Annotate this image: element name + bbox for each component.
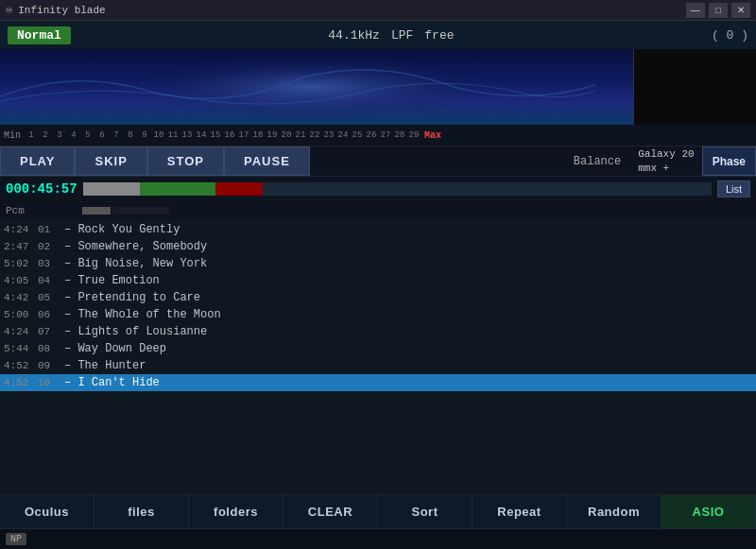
- eq-num-17: 17: [237, 130, 250, 140]
- list-button[interactable]: List: [717, 180, 750, 197]
- eq-num-19: 19: [266, 130, 279, 140]
- close-button[interactable]: ✕: [731, 3, 750, 18]
- eq-num-20: 20: [280, 130, 293, 140]
- track-duration: 5:44: [4, 343, 38, 354]
- eq-num-18: 18: [251, 130, 265, 140]
- track-row[interactable]: 4:5210– I Can't Hide: [0, 374, 756, 391]
- repeat-button[interactable]: Repeat: [472, 495, 567, 528]
- progress-segment-dark: [263, 182, 712, 196]
- waveform-svg: [0, 49, 633, 125]
- eq-num-25: 25: [351, 130, 364, 140]
- progress-bar[interactable]: [83, 182, 712, 196]
- eq-num-5: 5: [81, 130, 94, 140]
- counter-label: ( 0 ): [712, 28, 748, 43]
- pcm-bar-container: [82, 207, 169, 214]
- galaxy-info: Galaxy 20 mmx +: [630, 146, 701, 176]
- track-number: 03: [38, 258, 64, 269]
- np-badge: NP: [6, 533, 26, 545]
- track-duration: 4:24: [4, 224, 38, 235]
- eq-num-4: 4: [67, 130, 80, 140]
- progress-segment-grey: [83, 182, 140, 196]
- free-label: free: [424, 28, 454, 43]
- time-display: 000:45:57: [6, 181, 77, 197]
- progress-segment-green: [140, 182, 215, 196]
- eq-num-21: 21: [294, 130, 307, 140]
- titlebar-controls[interactable]: — □ ✕: [686, 3, 750, 18]
- progress-segment-red: [215, 182, 263, 196]
- track-number: 08: [38, 343, 64, 354]
- oculus-button[interactable]: Oculus: [0, 495, 94, 528]
- eq-num-8: 8: [124, 130, 137, 140]
- clear-button[interactable]: CLEAR: [284, 495, 378, 528]
- track-number: 09: [38, 360, 64, 371]
- track-duration: 4:24: [4, 326, 38, 337]
- phase-button[interactable]: Phase: [702, 146, 756, 176]
- files-button[interactable]: files: [94, 495, 189, 528]
- track-title: – Rock You Gently: [64, 223, 752, 236]
- track-row[interactable]: 4:0504– True Emotion: [0, 272, 756, 289]
- eq-num-26: 26: [365, 130, 378, 140]
- track-title: – Pretending to Care: [64, 291, 752, 304]
- track-title: – The Hunter: [64, 359, 752, 372]
- eq-num-24: 24: [336, 130, 350, 140]
- freq-label: 44.1kHz: [328, 28, 380, 43]
- play-button[interactable]: PLAY: [0, 146, 75, 176]
- track-duration: 4:52: [4, 360, 38, 371]
- eq-num-3: 3: [53, 130, 66, 140]
- track-row[interactable]: 4:5209– The Hunter: [0, 357, 756, 374]
- skip-button[interactable]: SKIP: [75, 146, 146, 176]
- galaxy-line2: mmx +: [638, 162, 694, 175]
- pause-button[interactable]: PAUSE: [224, 146, 310, 176]
- track-row[interactable]: 5:0203– Big Noise, New York: [0, 255, 756, 272]
- folders-button[interactable]: folders: [189, 495, 284, 528]
- track-row[interactable]: 4:2407– Lights of Lousianne: [0, 323, 756, 340]
- app-icon: ♾: [6, 3, 12, 17]
- eq-num-22: 22: [308, 130, 321, 140]
- track-title: – True Emotion: [64, 274, 752, 287]
- footer: NP: [0, 528, 756, 549]
- eq-num-29: 29: [407, 130, 421, 140]
- balance-label: Balance: [564, 146, 630, 176]
- track-duration: 5:00: [4, 309, 38, 320]
- track-row[interactable]: 5:4408– Way Down Deep: [0, 340, 756, 357]
- pcm-seg-2: [112, 207, 169, 214]
- eq-num-10: 10: [152, 130, 165, 140]
- track-number: 05: [38, 292, 64, 303]
- track-title: – Somewhere, Somebody: [64, 240, 752, 253]
- trackbar: 000:45:57 List: [0, 176, 756, 200]
- track-number: 02: [38, 241, 64, 252]
- track-duration: 4:05: [4, 275, 38, 286]
- minimize-button[interactable]: —: [686, 3, 705, 18]
- eq-min-label: Min: [4, 130, 21, 141]
- vis-main: [0, 49, 633, 125]
- maximize-button[interactable]: □: [709, 3, 728, 18]
- sort-button[interactable]: Sort: [378, 495, 472, 528]
- asio-button[interactable]: ASIO: [662, 495, 756, 528]
- eq-num-16: 16: [223, 130, 236, 140]
- track-number: 04: [38, 275, 64, 286]
- track-row[interactable]: 4:2401– Rock You Gently: [0, 221, 756, 238]
- galaxy-line1: Galaxy 20: [638, 147, 694, 161]
- topbar: Normal 44.1kHz LPF free ( 0 ): [0, 21, 756, 49]
- eq-num-28: 28: [393, 130, 406, 140]
- track-title: – The Whole of the Moon: [64, 308, 752, 321]
- eq-num-13: 13: [180, 130, 194, 140]
- bottombar: Oculus files folders CLEAR Sort Repeat R…: [0, 494, 756, 528]
- eq-num-14: 14: [195, 130, 208, 140]
- track-title: – Lights of Lousianne: [64, 325, 752, 338]
- eqbar: Min 1 2 3 4 5 6 7 8 9 10 11 13 14 15 16 …: [0, 125, 756, 146]
- eq-num-27: 27: [379, 130, 392, 140]
- normal-badge: Normal: [8, 26, 71, 44]
- track-row[interactable]: 4:4205– Pretending to Care: [0, 289, 756, 306]
- track-row[interactable]: 2:4702– Somewhere, Somebody: [0, 238, 756, 255]
- stop-button[interactable]: STOP: [147, 146, 224, 176]
- eq-num-2: 2: [39, 130, 52, 140]
- random-button[interactable]: Random: [567, 495, 662, 528]
- track-number: 07: [38, 326, 64, 337]
- tracklist[interactable]: 4:2401– Rock You Gently2:4702– Somewhere…: [0, 219, 756, 494]
- titlebar: ♾ Infinity blade — □ ✕: [0, 0, 756, 21]
- svg-point-0: [123, 54, 501, 120]
- eq-num-15: 15: [209, 130, 222, 140]
- track-title: – Big Noise, New York: [64, 257, 752, 270]
- track-row[interactable]: 5:0006– The Whole of the Moon: [0, 306, 756, 323]
